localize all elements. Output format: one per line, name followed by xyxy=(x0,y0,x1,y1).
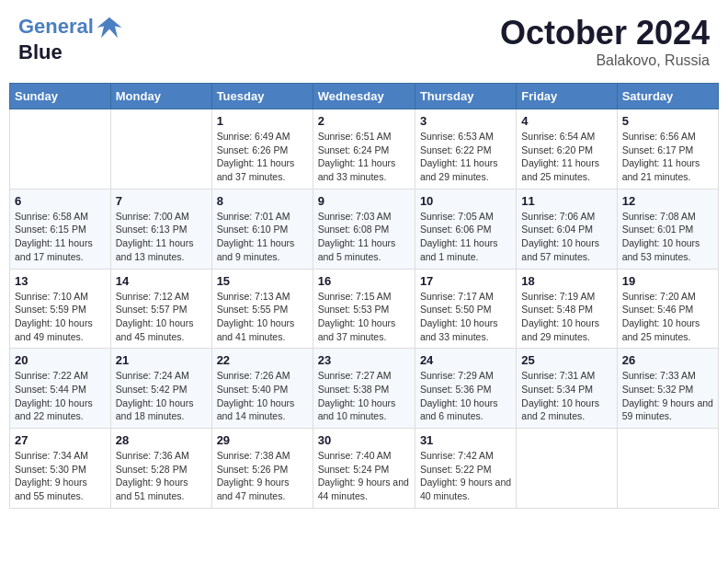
day-number: 22 xyxy=(217,353,308,367)
day-of-week-header: Friday xyxy=(517,84,617,109)
calendar-cell: 11Sunrise: 7:06 AMSunset: 6:04 PMDayligh… xyxy=(517,189,617,269)
day-info: Sunrise: 7:34 AMSunset: 5:30 PMDaylight:… xyxy=(15,449,106,503)
day-number: 13 xyxy=(15,274,106,288)
calendar-cell: 8Sunrise: 7:01 AMSunset: 6:10 PMDaylight… xyxy=(211,189,313,269)
calendar-table: SundayMondayTuesdayWednesdayThursdayFrid… xyxy=(9,83,719,509)
day-number: 28 xyxy=(116,433,207,447)
calendar-cell: 21Sunrise: 7:24 AMSunset: 5:42 PMDayligh… xyxy=(110,349,211,429)
calendar-cell: 2Sunrise: 6:51 AMSunset: 6:24 PMDaylight… xyxy=(313,109,415,190)
calendar-cell: 5Sunrise: 6:56 AMSunset: 6:17 PMDaylight… xyxy=(617,109,718,190)
svg-marker-0 xyxy=(97,17,121,39)
day-info: Sunrise: 7:00 AMSunset: 6:13 PMDaylight:… xyxy=(116,210,207,264)
calendar-cell: 1Sunrise: 6:49 AMSunset: 6:26 PMDaylight… xyxy=(211,109,313,190)
day-number: 5 xyxy=(622,114,713,128)
month-title: October 2024 xyxy=(500,14,710,52)
day-number: 11 xyxy=(521,194,611,208)
calendar-cell: 16Sunrise: 7:15 AMSunset: 5:53 PMDayligh… xyxy=(313,269,415,349)
logo: General Blue xyxy=(18,14,123,63)
location: Balakovo, Russia xyxy=(500,52,710,69)
day-info: Sunrise: 6:49 AMSunset: 6:26 PMDaylight:… xyxy=(217,130,308,184)
day-number: 27 xyxy=(15,433,106,447)
header: General Blue October 2024 Balakovo, Russ… xyxy=(9,9,719,74)
day-number: 16 xyxy=(318,274,410,288)
day-info: Sunrise: 7:24 AMSunset: 5:42 PMDaylight:… xyxy=(116,369,207,423)
day-number: 24 xyxy=(420,353,511,367)
day-info: Sunrise: 6:53 AMSunset: 6:22 PMDaylight:… xyxy=(420,130,511,184)
day-number: 29 xyxy=(217,433,308,447)
day-number: 26 xyxy=(622,353,713,367)
calendar-cell: 30Sunrise: 7:40 AMSunset: 5:24 PMDayligh… xyxy=(313,429,415,509)
day-info: Sunrise: 7:08 AMSunset: 6:01 PMDaylight:… xyxy=(622,210,713,264)
day-of-week-header: Thursday xyxy=(415,84,516,109)
calendar-cell: 14Sunrise: 7:12 AMSunset: 5:57 PMDayligh… xyxy=(110,269,211,349)
day-info: Sunrise: 7:31 AMSunset: 5:34 PMDaylight:… xyxy=(521,369,611,423)
day-info: Sunrise: 7:40 AMSunset: 5:24 PMDaylight:… xyxy=(318,449,410,503)
calendar-cell: 4Sunrise: 6:54 AMSunset: 6:20 PMDaylight… xyxy=(517,109,617,190)
day-number: 23 xyxy=(318,353,410,367)
calendar-cell: 17Sunrise: 7:17 AMSunset: 5:50 PMDayligh… xyxy=(415,269,516,349)
day-info: Sunrise: 7:38 AMSunset: 5:26 PMDaylight:… xyxy=(217,449,308,503)
day-number: 2 xyxy=(318,114,410,128)
calendar-cell: 12Sunrise: 7:08 AMSunset: 6:01 PMDayligh… xyxy=(617,189,718,269)
title-block: October 2024 Balakovo, Russia xyxy=(500,14,710,69)
calendar-cell: 26Sunrise: 7:33 AMSunset: 5:32 PMDayligh… xyxy=(617,349,718,429)
calendar-cell: 9Sunrise: 7:03 AMSunset: 6:08 PMDaylight… xyxy=(313,189,415,269)
calendar-cell xyxy=(617,429,718,509)
day-number: 1 xyxy=(217,114,308,128)
day-info: Sunrise: 7:36 AMSunset: 5:28 PMDaylight:… xyxy=(116,449,207,503)
day-info: Sunrise: 6:54 AMSunset: 6:20 PMDaylight:… xyxy=(521,130,611,184)
day-number: 18 xyxy=(521,274,611,288)
calendar-cell xyxy=(517,429,617,509)
day-info: Sunrise: 6:58 AMSunset: 6:15 PMDaylight:… xyxy=(15,210,106,264)
day-of-week-header: Tuesday xyxy=(211,84,313,109)
day-info: Sunrise: 7:03 AMSunset: 6:08 PMDaylight:… xyxy=(318,210,410,264)
day-number: 17 xyxy=(420,274,511,288)
day-info: Sunrise: 7:27 AMSunset: 5:38 PMDaylight:… xyxy=(318,369,410,423)
day-info: Sunrise: 7:42 AMSunset: 5:22 PMDaylight:… xyxy=(420,449,511,503)
day-number: 7 xyxy=(116,194,207,208)
day-number: 3 xyxy=(420,114,511,128)
day-number: 6 xyxy=(15,194,106,208)
day-info: Sunrise: 7:26 AMSunset: 5:40 PMDaylight:… xyxy=(217,369,308,423)
day-number: 8 xyxy=(217,194,308,208)
calendar-cell: 27Sunrise: 7:34 AMSunset: 5:30 PMDayligh… xyxy=(10,429,111,509)
calendar-cell: 25Sunrise: 7:31 AMSunset: 5:34 PMDayligh… xyxy=(517,349,617,429)
day-info: Sunrise: 7:29 AMSunset: 5:36 PMDaylight:… xyxy=(420,369,511,423)
calendar-cell: 18Sunrise: 7:19 AMSunset: 5:48 PMDayligh… xyxy=(517,269,617,349)
calendar-cell: 31Sunrise: 7:42 AMSunset: 5:22 PMDayligh… xyxy=(415,429,516,509)
day-number: 19 xyxy=(622,274,713,288)
day-of-week-header: Saturday xyxy=(617,84,718,109)
calendar-cell: 7Sunrise: 7:00 AMSunset: 6:13 PMDaylight… xyxy=(110,189,211,269)
calendar-cell: 19Sunrise: 7:20 AMSunset: 5:46 PMDayligh… xyxy=(617,269,718,349)
day-number: 14 xyxy=(116,274,207,288)
day-info: Sunrise: 7:06 AMSunset: 6:04 PMDaylight:… xyxy=(521,210,611,264)
day-info: Sunrise: 7:15 AMSunset: 5:53 PMDaylight:… xyxy=(318,290,410,344)
logo-text: General Blue xyxy=(18,14,123,63)
day-info: Sunrise: 7:05 AMSunset: 6:06 PMDaylight:… xyxy=(420,210,511,264)
calendar-cell: 3Sunrise: 6:53 AMSunset: 6:22 PMDaylight… xyxy=(415,109,516,190)
day-info: Sunrise: 7:33 AMSunset: 5:32 PMDaylight:… xyxy=(622,369,713,423)
day-number: 21 xyxy=(116,353,207,367)
calendar-cell: 6Sunrise: 6:58 AMSunset: 6:15 PMDaylight… xyxy=(10,189,111,269)
day-info: Sunrise: 7:13 AMSunset: 5:55 PMDaylight:… xyxy=(217,290,308,344)
day-number: 25 xyxy=(521,353,611,367)
calendar-cell: 15Sunrise: 7:13 AMSunset: 5:55 PMDayligh… xyxy=(211,269,313,349)
day-of-week-header: Sunday xyxy=(10,84,111,109)
day-number: 10 xyxy=(420,194,511,208)
calendar-cell: 23Sunrise: 7:27 AMSunset: 5:38 PMDayligh… xyxy=(313,349,415,429)
calendar-cell: 29Sunrise: 7:38 AMSunset: 5:26 PMDayligh… xyxy=(211,429,313,509)
day-info: Sunrise: 7:22 AMSunset: 5:44 PMDaylight:… xyxy=(15,369,106,423)
day-number: 15 xyxy=(217,274,308,288)
day-info: Sunrise: 6:56 AMSunset: 6:17 PMDaylight:… xyxy=(622,130,713,184)
day-number: 9 xyxy=(318,194,410,208)
day-info: Sunrise: 7:12 AMSunset: 5:57 PMDaylight:… xyxy=(116,290,207,344)
calendar-cell: 22Sunrise: 7:26 AMSunset: 5:40 PMDayligh… xyxy=(211,349,313,429)
day-info: Sunrise: 7:19 AMSunset: 5:48 PMDaylight:… xyxy=(521,290,611,344)
day-number: 4 xyxy=(521,114,611,128)
calendar-cell: 13Sunrise: 7:10 AMSunset: 5:59 PMDayligh… xyxy=(10,269,111,349)
day-info: Sunrise: 7:01 AMSunset: 6:10 PMDaylight:… xyxy=(217,210,308,264)
day-number: 30 xyxy=(318,433,410,447)
day-info: Sunrise: 7:10 AMSunset: 5:59 PMDaylight:… xyxy=(15,290,106,344)
day-info: Sunrise: 6:51 AMSunset: 6:24 PMDaylight:… xyxy=(318,130,410,184)
calendar-cell: 20Sunrise: 7:22 AMSunset: 5:44 PMDayligh… xyxy=(10,349,111,429)
